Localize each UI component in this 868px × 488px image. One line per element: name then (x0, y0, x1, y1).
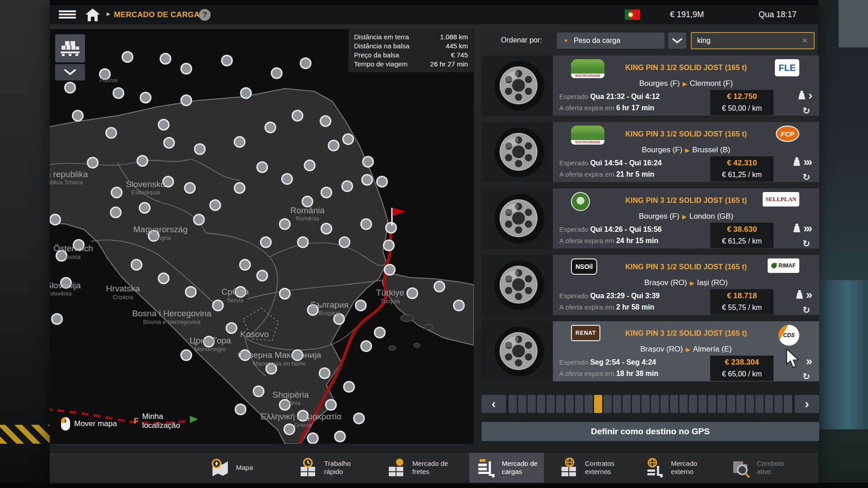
page-segment[interactable] (660, 395, 669, 413)
cargo-offer-row[interactable]: NOS PATURAGES KING PIN 3 1/2 SOLID JOST … (481, 122, 819, 182)
search-clear-icon[interactable]: × (802, 34, 808, 47)
pagination-track (509, 395, 792, 413)
page-segment[interactable] (566, 395, 574, 413)
sort-order-icon: ▼ (563, 38, 568, 43)
svg-text:Polonia: Polonia (99, 77, 118, 84)
svg-text:Eslováquia: Eslováquia (131, 189, 160, 196)
breadcrumb: MERCADO DE CARGAS (114, 10, 205, 19)
page-segment[interactable] (556, 395, 564, 413)
offer-rate: € 61,25 / km (710, 169, 774, 180)
svg-text:Macedonia do Norte: Macedonia do Norte (253, 360, 306, 367)
page-segment[interactable] (746, 395, 754, 413)
set-gps-destination-button[interactable]: Definir como destino no GPS (481, 422, 819, 441)
portugal-flag-icon (625, 9, 640, 20)
cargo-type-button[interactable] (55, 34, 85, 62)
page-next-button[interactable]: › (795, 395, 819, 413)
page-segment[interactable] (774, 395, 783, 413)
page-segment[interactable] (679, 395, 688, 413)
price-box: € 38.630 € 61,25 / km (710, 223, 774, 248)
mouse-cursor (786, 349, 802, 369)
page-segment[interactable] (604, 395, 612, 413)
move-map-label: Mover mapa (74, 419, 117, 428)
page-segment[interactable] (632, 395, 640, 413)
svg-text:Црна Гора: Црна Гора (189, 336, 231, 345)
tab-quick-job[interactable]: Trabalhorápido (292, 453, 357, 483)
page-prev-button[interactable]: ‹ (481, 395, 506, 413)
page-segment[interactable] (537, 395, 545, 413)
destination-city: Clermont (F) (690, 79, 733, 88)
page-segment[interactable] (547, 395, 555, 413)
svg-text:Hungria: Hungria (150, 235, 171, 241)
page-segment[interactable] (765, 395, 773, 413)
svg-text:Ελληνική Δημοκρατία: Ελληνική Δημοκρατία (260, 412, 341, 421)
cargo-title: KING PIN 3 1/2 SOLID JOST (165 t) (625, 263, 747, 271)
shipper-logo: NOS PATURAGES (571, 126, 604, 145)
page-segment[interactable] (594, 395, 602, 413)
origin-city: Bourges (F) (639, 79, 680, 88)
help-icon[interactable]: ? (199, 9, 211, 21)
tab-cargo-market[interactable]: Mercado decargas (469, 453, 544, 483)
page-segment[interactable] (689, 395, 697, 413)
page-segment[interactable] (651, 395, 659, 413)
page-segment[interactable] (575, 395, 583, 413)
cargo-offer-row[interactable]: KING PIN 3 1/2 SOLID JOST (165 t) SELLPL… (481, 188, 819, 249)
freight-market-window: ▶ MERCADO DE CARGAS ? € 191,9M Qua 18:17 (50, 5, 818, 483)
page-segment[interactable] (623, 395, 631, 413)
receiver-logo: CDS (778, 325, 799, 346)
recurring-job-icon: ↻ (802, 239, 810, 248)
svg-text:Österreich: Österreich (53, 244, 93, 253)
info-label: Preço da balsa (354, 51, 399, 60)
cargo-offer-row-selected[interactable]: RENAT KING PIN 3 1/2 SOLID JOST (165 t) … (481, 321, 819, 381)
search-input[interactable] (691, 32, 815, 49)
info-value: 26 hr 27 min (430, 60, 468, 69)
page-segment[interactable] (698, 395, 707, 413)
svg-text:Bulgária: Bulgária (319, 310, 340, 316)
sort-dropdown[interactable]: ▼ Peso da carga (557, 33, 665, 49)
tab-external-contracts[interactable]: Contratosexternos (552, 453, 621, 483)
svg-text:Croácia: Croácia (113, 294, 134, 300)
tab-external-market[interactable]: Mercadoexterno (638, 453, 703, 483)
page-segment[interactable] (727, 395, 735, 413)
offer-price: € 38.630 (710, 223, 774, 236)
page-segment[interactable] (518, 395, 526, 413)
cargo-weight-icon (793, 157, 801, 166)
cargo-offer-row[interactable]: NSOil KING PIN 3 1/2 SOLID JOST (165 t) … (481, 255, 819, 315)
tab-map[interactable]: Mapa (203, 453, 259, 483)
europe-map[interactable]: á republika ública Tcheca Polonia Sloven… (50, 29, 474, 444)
page-segment[interactable] (755, 395, 764, 413)
page-segment[interactable] (509, 395, 517, 413)
cargo-weight-icon (798, 91, 806, 100)
route: Bourges (F)▶London (GB) (553, 212, 819, 221)
recurring-job-icon: ↻ (802, 372, 810, 381)
page-segment[interactable] (613, 395, 621, 413)
chevron-down-icon (672, 38, 683, 44)
game-clock: Qua 18:17 (759, 10, 797, 19)
svg-text:Turquia: Turquia (380, 298, 400, 305)
page-segment[interactable] (642, 395, 650, 413)
offer-times: Esperado Seg 2:54 - Seg 4:24 A oferta ex… (559, 357, 658, 379)
page-segment[interactable] (784, 395, 792, 413)
route: Bourges (F)▶Clermont (F) (553, 79, 819, 88)
sort-dropdown-open-button[interactable] (668, 33, 686, 49)
page-segment[interactable] (670, 395, 678, 413)
svg-text:Србија: Србија (222, 287, 249, 296)
offer-price: € 18.718 (710, 289, 774, 302)
menu-icon[interactable] (59, 9, 76, 21)
page-segment[interactable] (528, 395, 536, 413)
page-segment[interactable] (717, 395, 726, 413)
tab-active-convoy: Comboioativo (724, 453, 790, 483)
route-arrow-icon: ▶ (683, 346, 693, 353)
home-icon[interactable] (85, 8, 100, 22)
cargo-offer-row[interactable]: NOS PATURAGES KING PIN 3 1/2 SOLID JOST … (481, 56, 819, 116)
route-arrow-icon: ▶ (680, 80, 690, 87)
route-arrow-icon: ▶ (687, 280, 697, 286)
tab-freight-market[interactable]: Mercado defretes (380, 453, 454, 483)
map-icon (210, 458, 231, 478)
page-segment[interactable] (736, 395, 745, 413)
page-segment[interactable] (585, 395, 593, 413)
page-segment[interactable] (708, 395, 716, 413)
price-box: € 238.304 € 65,00 / km (710, 356, 774, 381)
svg-text:Slovensko: Slovensko (126, 179, 165, 189)
svg-text:á republika: á republika (50, 169, 88, 179)
map-panel-collapse-button[interactable] (55, 64, 85, 80)
